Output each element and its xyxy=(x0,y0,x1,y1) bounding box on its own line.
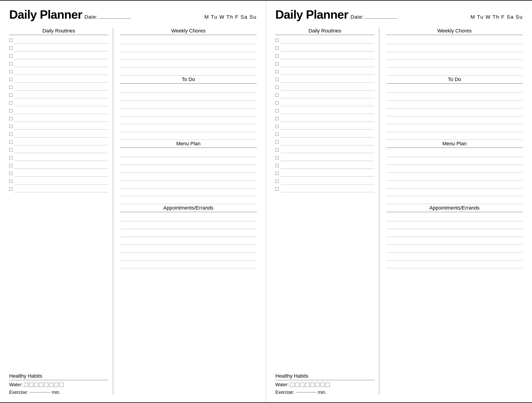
checkbox[interactable] xyxy=(275,140,279,144)
checkbox[interactable] xyxy=(275,70,279,73)
right-line xyxy=(386,93,523,101)
water-box[interactable] xyxy=(290,383,294,387)
page-1: Daily Planner Date: M Tu W Th F Sa Su Da… xyxy=(0,1,266,402)
exercise-line[interactable] xyxy=(296,392,316,392)
checkbox[interactable] xyxy=(9,70,13,73)
right-line xyxy=(386,36,523,44)
checkbox[interactable] xyxy=(9,133,13,136)
checkbox-row xyxy=(275,52,374,60)
checkbox[interactable] xyxy=(9,148,13,151)
checkbox[interactable] xyxy=(9,78,13,81)
checkbox[interactable] xyxy=(275,94,279,97)
checkbox[interactable] xyxy=(275,125,279,128)
exercise-suffix: min. xyxy=(52,390,60,395)
checkbox[interactable] xyxy=(9,39,13,42)
page-2-todo: To Do xyxy=(386,76,523,140)
checkbox[interactable] xyxy=(9,172,13,175)
checkbox[interactable] xyxy=(275,109,279,112)
checkbox-row xyxy=(9,44,108,52)
water-label: Water: xyxy=(275,382,289,387)
water-box[interactable] xyxy=(24,383,28,387)
water-box[interactable] xyxy=(295,383,299,387)
checkbox[interactable] xyxy=(275,54,279,57)
checkbox[interactable] xyxy=(9,101,13,105)
water-box[interactable] xyxy=(54,383,58,387)
line-fill xyxy=(14,186,108,192)
line-fill xyxy=(280,139,374,145)
checkbox[interactable] xyxy=(9,125,13,128)
checkbox[interactable] xyxy=(275,156,279,159)
page-2-water-row: Water: xyxy=(275,382,374,387)
checkbox[interactable] xyxy=(9,109,13,112)
weekly-chores-header-2: Weekly Chores xyxy=(386,28,523,35)
line-fill xyxy=(14,115,108,122)
checkbox[interactable] xyxy=(275,62,279,65)
water-box[interactable] xyxy=(59,383,63,387)
right-line xyxy=(120,253,257,260)
checkbox[interactable] xyxy=(9,140,13,144)
line-fill xyxy=(280,147,374,153)
checkbox-row xyxy=(9,107,108,115)
right-line xyxy=(120,68,257,76)
checkbox[interactable] xyxy=(9,46,13,50)
page-1-date-line[interactable] xyxy=(99,19,131,19)
checkbox-row xyxy=(275,115,374,123)
right-line xyxy=(386,68,523,76)
right-line xyxy=(386,124,523,132)
page-2-days: M Tu W Th F Sa Su xyxy=(470,14,523,20)
right-line xyxy=(120,124,257,132)
checkbox[interactable] xyxy=(275,133,279,136)
right-line xyxy=(120,116,257,124)
checkbox[interactable] xyxy=(275,148,279,151)
water-box[interactable] xyxy=(321,383,325,387)
checkbox[interactable] xyxy=(275,117,279,120)
checkbox-row xyxy=(275,138,374,146)
water-box[interactable] xyxy=(310,383,315,387)
checkbox[interactable] xyxy=(275,39,279,42)
page-1-right-col: Weekly Chores To Do xyxy=(113,28,257,395)
water-box[interactable] xyxy=(49,383,53,387)
checkbox-row xyxy=(275,162,374,170)
page-2-menu-plan: Menu Plan xyxy=(386,141,523,204)
line-fill xyxy=(280,45,374,51)
checkbox[interactable] xyxy=(275,180,279,183)
checkbox-row xyxy=(275,99,374,107)
water-box[interactable] xyxy=(315,383,320,387)
checkbox[interactable] xyxy=(9,180,13,183)
right-line xyxy=(120,181,257,188)
checkbox-row xyxy=(9,146,108,154)
checkbox[interactable] xyxy=(9,156,13,159)
water-box[interactable] xyxy=(305,383,310,387)
page-2-daily-routines-header: Daily Routines xyxy=(275,28,374,35)
checkbox[interactable] xyxy=(9,86,13,89)
page-1-title: Daily Planner xyxy=(9,8,82,21)
checkbox[interactable] xyxy=(9,164,13,167)
checkbox[interactable] xyxy=(9,54,13,57)
checkbox[interactable] xyxy=(275,164,279,167)
checkbox[interactable] xyxy=(275,172,279,175)
page-1-header: Daily Planner Date: M Tu W Th F Sa Su xyxy=(9,8,257,21)
exercise-suffix: min. xyxy=(318,390,326,395)
checkbox[interactable] xyxy=(275,188,279,191)
checkbox[interactable] xyxy=(9,117,13,120)
water-box[interactable] xyxy=(300,383,304,387)
checkbox[interactable] xyxy=(9,94,13,97)
checkbox[interactable] xyxy=(275,46,279,50)
page-2-date-line[interactable] xyxy=(365,19,397,19)
water-box[interactable] xyxy=(326,383,330,387)
water-box[interactable] xyxy=(44,383,48,387)
line-fill xyxy=(280,115,374,122)
checkbox[interactable] xyxy=(275,101,279,105)
checkbox[interactable] xyxy=(275,86,279,89)
right-line xyxy=(120,196,257,204)
checkbox[interactable] xyxy=(9,188,13,191)
right-line xyxy=(120,93,257,101)
water-box[interactable] xyxy=(39,383,43,387)
checkbox[interactable] xyxy=(275,78,279,81)
right-line xyxy=(120,260,257,268)
checkbox[interactable] xyxy=(9,62,13,65)
exercise-line[interactable] xyxy=(30,392,50,392)
water-box[interactable] xyxy=(29,383,33,387)
right-line xyxy=(386,237,523,245)
water-box[interactable] xyxy=(34,383,38,387)
